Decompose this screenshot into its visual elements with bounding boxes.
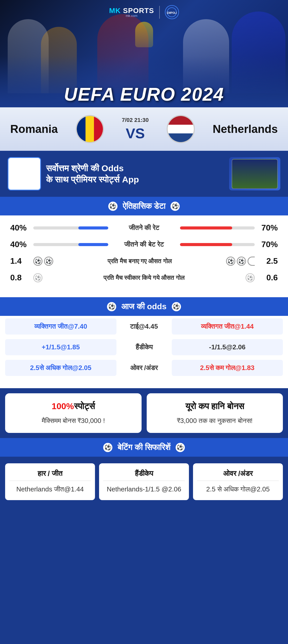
rec-ball-right: ⚽ bbox=[176, 443, 185, 452]
odds-ball-right: ⚽ bbox=[172, 302, 181, 311]
bonus-1-pct: 100% bbox=[52, 401, 74, 411]
bonus-section: 100%स्पोर्ट्स मैक्सिमम बोनस ₹30,000 ! यू… bbox=[0, 388, 288, 438]
bet-rate-left: 40% bbox=[10, 240, 31, 249]
odds-center-2: हैंडीकेप bbox=[119, 343, 170, 351]
odds-left-2[interactable]: +1/1.5@1.85 bbox=[5, 339, 116, 355]
trophy-shape bbox=[135, 22, 153, 47]
svg-text:EMPOLI: EMPOLI bbox=[167, 12, 177, 14]
vs-text: VS bbox=[126, 125, 145, 142]
app-screenshot bbox=[229, 157, 280, 190]
bonus-1-desc: मैक्सिमम बोनस ₹30,000 ! bbox=[11, 416, 135, 425]
recommendations-section: हार / जीत Netherlands जीत@1.44 हैंडीकेप … bbox=[0, 457, 288, 508]
rec-card-1-value: Netherlands जीत@1.44 bbox=[9, 485, 91, 494]
goal-ball-half bbox=[248, 257, 255, 266]
app-promo-text: सर्वोत्तम श्रेणी की Odds के साथ प्रीमियर… bbox=[46, 163, 224, 185]
soccer-ball-icon-right: ⚽ bbox=[170, 202, 180, 211]
flag-nl-blue bbox=[168, 133, 194, 142]
odds-title: आज की odds bbox=[121, 302, 166, 311]
bonus-1-sport: स्पोर्ट्स bbox=[74, 401, 95, 411]
flag-nl-white bbox=[168, 125, 194, 133]
app-mockup-graphic bbox=[232, 159, 278, 189]
win-rate-bar-left bbox=[33, 226, 108, 229]
stat-row-win-rate: 40% जीतने की रेट 70% bbox=[10, 223, 278, 233]
rec-card-3-title: ओवर /अंडर bbox=[197, 469, 279, 481]
rec-card-2-value: Netherlands-1/1.5 @2.06 bbox=[103, 485, 185, 494]
bonus-card-2[interactable]: यूरो कप हानि बोनस ₹3,000 तक का नुकसान बो… bbox=[147, 393, 283, 433]
win-rate-label: जीतने की रेट bbox=[111, 224, 177, 232]
event-title-section: UEFA EURO 2024 bbox=[0, 84, 288, 105]
bonus-card-1[interactable]: 100%स्पोर्ट्स मैक्सिमम बोनस ₹30,000 ! bbox=[5, 393, 142, 433]
historical-header: ⚽ ऐतिहासिक डेटा ⚽ bbox=[0, 197, 288, 215]
hero-section: MK SPORTS mk.com EMPOLI UEFA EURO 2024 bbox=[0, 0, 288, 107]
romania-flag-graphic bbox=[77, 116, 103, 142]
netherlands-flag-graphic bbox=[168, 116, 194, 142]
bonus-1-title: 100%स्पोर्ट्स bbox=[11, 401, 135, 411]
odds-right-1[interactable]: व्यक्तिगत जीत@1.44 bbox=[172, 318, 283, 335]
rec-card-1[interactable]: हार / जीत Netherlands जीत@1.44 bbox=[5, 463, 95, 500]
rec-card-2[interactable]: हैंडीकेप Netherlands-1/1.5 @2.06 bbox=[99, 463, 189, 500]
goal-icons-right: ⚽ ⚽ bbox=[226, 257, 255, 266]
rec-grid: हार / जीत Netherlands जीत@1.44 हैंडीकेप … bbox=[5, 463, 283, 500]
historical-title: ऐतिहासिक डेटा bbox=[123, 201, 166, 211]
rec-card-2-title: हैंडीकेप bbox=[103, 469, 185, 481]
odds-row-1: व्यक्तिगत जीत@7.40 टाई@4.45 व्यक्तिगत जी… bbox=[5, 318, 283, 335]
goal-ball-c1: ⚽ bbox=[33, 273, 42, 282]
odds-left-1[interactable]: व्यक्तिगत जीत@7.40 bbox=[5, 318, 116, 335]
bet-rate-bar-left bbox=[33, 243, 108, 246]
odds-center-1: टाई@4.45 bbox=[119, 323, 170, 330]
vs-center: 7/02 21:30 VS bbox=[122, 117, 149, 142]
promo-line1: सर्वोत्तम श्रेणी की Odds bbox=[46, 163, 124, 173]
promo-line2: के साथ प्रीमियर स्पोर्ट्स App bbox=[46, 175, 139, 184]
goal-ball-2: ⚽ bbox=[44, 257, 53, 266]
goals-scored-label: प्रति मैच बनाए गए औसत गोल bbox=[56, 258, 223, 265]
team-right-name: Netherlands bbox=[213, 123, 278, 135]
stats-section: 40% जीतने की रेट 70% 40% जीतने की बेट रे… bbox=[0, 215, 288, 297]
rec-card-3[interactable]: ओवर /अंडर 2.5 से अधिक गोल@2.05 bbox=[193, 463, 283, 500]
goal-ball-c2: ⚽ bbox=[246, 273, 255, 282]
app-promo-section[interactable]: सर्वोत्तम श्रेणी की Odds के साथ प्रीमियर… bbox=[0, 151, 288, 197]
goal-icons-left: ⚽ ⚽ bbox=[33, 257, 53, 266]
app-qr-box bbox=[8, 157, 41, 190]
bet-rate-label: जीतने की बेट रेट bbox=[111, 240, 177, 248]
club-badge: EMPOLI bbox=[165, 5, 179, 19]
bet-rate-fill-right bbox=[180, 243, 232, 246]
odds-ball-left: ⚽ bbox=[107, 302, 116, 311]
soccer-ball-icon-left: ⚽ bbox=[108, 202, 118, 211]
mk-logo: MK SPORTS mk.com bbox=[109, 7, 154, 18]
goals-scored-right: 2.5 bbox=[257, 256, 278, 266]
goals-conceded-right: 0.6 bbox=[257, 273, 278, 282]
rec-header: ⚽ बेटिंग की सिफारिशें ⚽ bbox=[0, 438, 288, 457]
odds-row-2: +1/1.5@1.85 हैंडीकेप -1/1.5@2.06 bbox=[5, 339, 283, 355]
odds-section: व्यक्तिगत जीत@7.40 टाई@4.45 व्यक्तिगत जी… bbox=[0, 316, 288, 388]
win-rate-bar-right bbox=[180, 226, 255, 229]
flag-nl-red bbox=[168, 116, 194, 125]
goal-ball-4: ⚽ bbox=[237, 257, 246, 266]
goals-scored-left: 1.4 bbox=[10, 256, 31, 266]
goals-conceded-left: 0.8 bbox=[10, 273, 31, 282]
win-rate-right: 70% bbox=[257, 223, 278, 233]
odds-right-2[interactable]: -1/1.5@2.06 bbox=[172, 339, 283, 355]
bet-rate-fill-left bbox=[78, 243, 108, 246]
odds-header-section: ⚽ आज की odds ⚽ bbox=[0, 297, 288, 316]
rec-card-3-value: 2.5 से अधिक गोल@2.05 bbox=[197, 485, 279, 494]
logo-divider bbox=[159, 6, 160, 19]
team-left-name: Romania bbox=[10, 123, 58, 135]
odds-right-3[interactable]: 2.5से कम गोल@1.83 bbox=[172, 360, 283, 376]
event-title: UEFA EURO 2024 bbox=[0, 84, 288, 105]
goal-ball-1: ⚽ bbox=[33, 257, 42, 266]
stat-row-bet-rate: 40% जीतने की बेट रेट 70% bbox=[10, 240, 278, 249]
win-rate-fill-right bbox=[180, 226, 232, 229]
flag-netherlands bbox=[167, 115, 195, 143]
odds-left-3[interactable]: 2.5से अधिक गोल@2.05 bbox=[5, 360, 116, 376]
bet-rate-bar-right bbox=[180, 243, 255, 246]
logo-bar: MK SPORTS mk.com EMPOLI bbox=[109, 5, 179, 19]
rec-title: बेटिंग की सिफारिशें bbox=[118, 443, 170, 452]
bonus-2-title: यूरो कप हानि बोनस bbox=[153, 401, 277, 411]
goals-scored-row: 1.4 ⚽ ⚽ प्रति मैच बनाए गए औसत गोल ⚽ ⚽ 2.… bbox=[10, 256, 278, 266]
bet-rate-right: 70% bbox=[257, 240, 278, 249]
rec-card-1-title: हार / जीत bbox=[9, 469, 91, 481]
bonus-2-desc: ₹3,000 तक का नुकसान बोनस! bbox=[153, 416, 277, 425]
rec-ball-left: ⚽ bbox=[103, 443, 112, 452]
match-date: 7/02 21:30 bbox=[122, 117, 149, 123]
goal-ball-3: ⚽ bbox=[226, 257, 235, 266]
